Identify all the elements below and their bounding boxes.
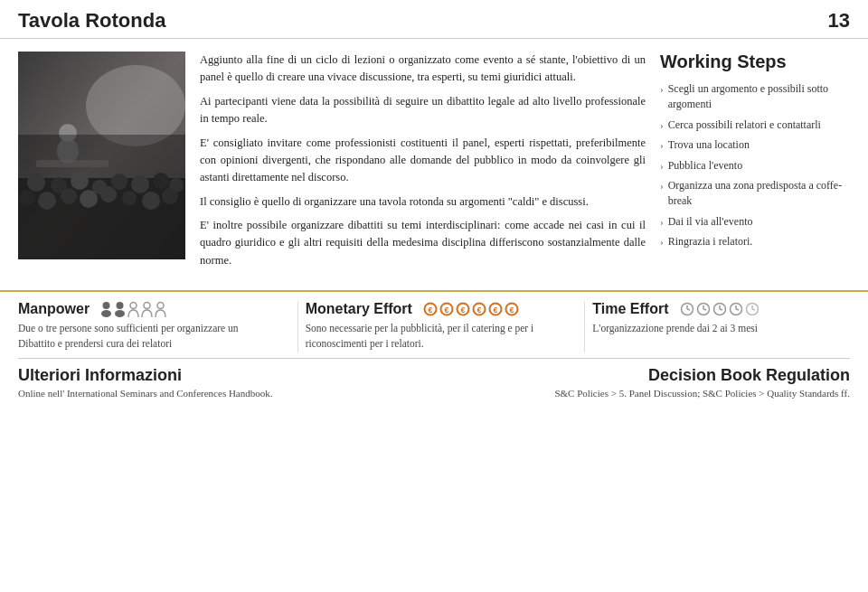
svg-point-15 — [100, 186, 117, 202]
coin-1: € — [423, 302, 438, 316]
svg-text:€: € — [476, 305, 481, 315]
svg-rect-21 — [36, 160, 108, 167]
divider-2 — [584, 301, 585, 352]
svg-point-25 — [115, 310, 125, 317]
svg-point-26 — [130, 303, 137, 309]
coin-5: € — [488, 302, 503, 316]
svg-point-24 — [117, 302, 124, 309]
paragraph-5: E' inoltre possibile organizzare dibatti… — [200, 217, 646, 269]
paragraph-2: Ai partecipanti viene data la possibilit… — [200, 93, 646, 128]
svg-point-14 — [80, 190, 98, 208]
person-outline-3 — [155, 301, 166, 317]
manpower-desc: Due o tre persone sono sufficienti per o… — [18, 321, 276, 352]
person-filled-2 — [114, 301, 126, 317]
svg-line-55 — [752, 309, 755, 310]
coin-4: € — [472, 302, 486, 316]
step-label-4: Pubblica l'evento — [668, 158, 742, 174]
step-item-4: › Pubblica l'evento — [660, 158, 850, 174]
chevron-icon: › — [660, 118, 664, 133]
step-label-5: Organizza una zona predisposta a coffe-b… — [668, 178, 850, 210]
svg-point-11 — [19, 190, 35, 206]
svg-text:€: € — [428, 305, 432, 315]
time-icons — [680, 302, 760, 316]
step-item-2: › Cerca possibili relatori e contattarli — [660, 117, 850, 133]
svg-line-49 — [720, 309, 722, 310]
chevron-icon: › — [660, 235, 664, 249]
svg-point-9 — [153, 173, 169, 189]
manpower-col: Manpower — [18, 301, 290, 352]
clock-1 — [680, 302, 694, 316]
image-svg — [18, 52, 185, 259]
svg-point-4 — [51, 177, 67, 193]
svg-line-46 — [703, 309, 706, 310]
svg-point-19 — [57, 138, 79, 164]
svg-point-18 — [162, 188, 178, 204]
center-text-block: Aggiunto alla fine di un ciclo di lezion… — [200, 52, 646, 276]
manpower-label: Manpower — [18, 301, 90, 317]
time-col: Time Effort L'organizzazione prende dai … — [592, 301, 850, 352]
monetary-label: Monetary Effort — [306, 301, 412, 317]
step-item-1: › Scegli un argomento e possibili sotto … — [660, 81, 850, 113]
clock-4 — [729, 302, 743, 316]
person-outline-1 — [127, 301, 139, 317]
time-desc: L'organizzazione prende dai 2 ai 3 mesi — [592, 321, 850, 336]
svg-point-5 — [71, 172, 89, 190]
chevron-icon: › — [660, 138, 664, 153]
manpower-title-row: Manpower — [18, 301, 276, 317]
image-inner — [18, 52, 185, 259]
svg-text:€: € — [460, 305, 465, 315]
footer-section: Ulteriori Informazioni Online nell' Inte… — [18, 358, 850, 406]
chevron-icon: › — [660, 179, 664, 193]
chevron-icon: › — [660, 215, 664, 230]
coin-3: € — [456, 302, 470, 316]
footer-right: Decision Book Regulation S&C Policies > … — [554, 366, 850, 400]
ulteriori-title: Ulteriori Informazioni — [18, 366, 272, 385]
step-item-3: › Trova una location — [660, 137, 850, 153]
person-outline-2 — [141, 301, 153, 317]
svg-point-10 — [169, 178, 184, 193]
time-label: Time Effort — [592, 301, 668, 317]
svg-point-3 — [27, 174, 45, 192]
step-item-6: › Dai il via all'evento — [660, 214, 850, 230]
step-label-7: Ringrazia i relatori. — [668, 234, 753, 249]
page-header: Tavola Rotonda 13 — [0, 0, 868, 39]
svg-point-8 — [131, 175, 149, 193]
svg-point-27 — [144, 303, 150, 309]
svg-point-7 — [111, 174, 127, 190]
svg-text:€: € — [509, 305, 514, 315]
clock-5 — [745, 302, 760, 316]
svg-point-28 — [157, 303, 164, 309]
chevron-icon: › — [660, 82, 664, 97]
step-item-5: › Organizza una zona predisposta a coffe… — [660, 178, 850, 210]
svg-rect-2 — [18, 178, 185, 259]
svg-point-23 — [101, 310, 111, 317]
svg-point-22 — [103, 302, 110, 309]
step-label-1: Scegli un argomento e possibili sotto ar… — [668, 81, 850, 113]
monetary-desc: Sono necessarie per la pubblicità, per i… — [306, 321, 563, 352]
monetary-title-row: Monetary Effort € € € € € € — [306, 301, 563, 317]
svg-point-13 — [61, 188, 77, 204]
clock-3 — [712, 302, 727, 316]
monetary-col: Monetary Effort € € € € € € Sono necessa… — [306, 301, 578, 352]
main-content: Aggiunto alla fine di un ciclo di lezion… — [0, 39, 868, 285]
step-item-7: › Ringrazia i relatori. — [660, 234, 850, 249]
svg-point-12 — [38, 192, 56, 210]
step-label-3: Trova una location — [668, 137, 750, 153]
page-title: Tavola Rotonda — [18, 9, 165, 33]
page-number: 13 — [828, 9, 850, 33]
svg-point-1 — [86, 65, 185, 146]
paragraph-1: Aggiunto alla fine di un ciclo di lezion… — [200, 52, 646, 87]
svg-point-17 — [142, 192, 160, 210]
metrics-section: Manpower — [0, 290, 868, 358]
decision-desc: S&C Policies > 5. Panel Discussion; S&C … — [554, 387, 850, 400]
svg-line-43 — [687, 309, 690, 310]
clock-2 — [696, 302, 711, 316]
divider-1 — [297, 301, 298, 352]
svg-text:€: € — [493, 305, 497, 315]
time-title-row: Time Effort — [592, 301, 850, 317]
svg-point-6 — [92, 180, 107, 194]
ulteriori-desc: Online nell' International Seminars and … — [18, 387, 272, 400]
coin-6: € — [505, 302, 519, 316]
working-steps-title: Working Steps — [660, 52, 850, 72]
monetary-icons: € € € € € € — [423, 302, 519, 316]
